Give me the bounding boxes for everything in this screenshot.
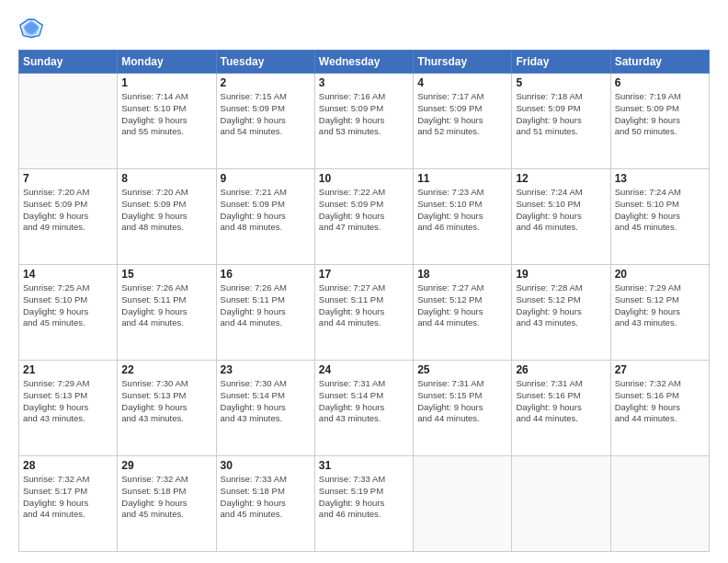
- calendar-header-sunday: Sunday: [19, 51, 118, 74]
- calendar-cell: 19Sunrise: 7:28 AM Sunset: 5:12 PM Dayli…: [512, 265, 610, 361]
- day-number: 26: [516, 363, 606, 376]
- calendar-cell: 22Sunrise: 7:30 AM Sunset: 5:13 PM Dayli…: [118, 361, 216, 456]
- day-info: Sunrise: 7:14 AM Sunset: 5:10 PM Dayligh…: [121, 91, 211, 138]
- header: [18, 15, 710, 40]
- day-number: 11: [417, 172, 507, 185]
- calendar-cell: 5Sunrise: 7:18 AM Sunset: 5:09 PM Daylig…: [512, 74, 610, 169]
- day-number: 10: [319, 172, 409, 185]
- day-info: Sunrise: 7:27 AM Sunset: 5:11 PM Dayligh…: [319, 282, 409, 329]
- calendar-cell: 12Sunrise: 7:24 AM Sunset: 5:10 PM Dayli…: [512, 169, 610, 265]
- calendar-cell: 31Sunrise: 7:33 AM Sunset: 5:19 PM Dayli…: [314, 456, 413, 552]
- day-info: Sunrise: 7:21 AM Sunset: 5:09 PM Dayligh…: [221, 187, 311, 234]
- day-info: Sunrise: 7:30 AM Sunset: 5:14 PM Dayligh…: [221, 378, 311, 425]
- calendar-cell: 17Sunrise: 7:27 AM Sunset: 5:11 PM Dayli…: [314, 265, 413, 361]
- calendar-week-row: 1Sunrise: 7:14 AM Sunset: 5:10 PM Daylig…: [19, 74, 710, 169]
- day-info: Sunrise: 7:24 AM Sunset: 5:10 PM Dayligh…: [615, 187, 705, 234]
- day-info: Sunrise: 7:26 AM Sunset: 5:11 PM Dayligh…: [121, 282, 211, 329]
- day-info: Sunrise: 7:28 AM Sunset: 5:12 PM Dayligh…: [516, 282, 606, 329]
- calendar-cell: 28Sunrise: 7:32 AM Sunset: 5:17 PM Dayli…: [19, 456, 118, 552]
- day-info: Sunrise: 7:23 AM Sunset: 5:10 PM Dayligh…: [417, 187, 507, 234]
- day-number: 1: [121, 76, 211, 89]
- day-info: Sunrise: 7:33 AM Sunset: 5:19 PM Dayligh…: [319, 474, 409, 521]
- day-number: 20: [615, 268, 705, 281]
- calendar-week-row: 28Sunrise: 7:32 AM Sunset: 5:17 PM Dayli…: [19, 456, 710, 552]
- day-number: 29: [121, 459, 211, 472]
- calendar-cell: 3Sunrise: 7:16 AM Sunset: 5:09 PM Daylig…: [314, 74, 413, 169]
- calendar-week-row: 21Sunrise: 7:29 AM Sunset: 5:13 PM Dayli…: [19, 361, 710, 456]
- calendar-header-row: SundayMondayTuesdayWednesdayThursdayFrid…: [19, 51, 710, 74]
- calendar-week-row: 14Sunrise: 7:25 AM Sunset: 5:10 PM Dayli…: [19, 265, 710, 361]
- logo: [18, 15, 48, 40]
- day-number: 27: [615, 363, 705, 376]
- day-number: 28: [23, 459, 113, 472]
- day-info: Sunrise: 7:29 AM Sunset: 5:13 PM Dayligh…: [23, 378, 113, 425]
- calendar-cell: 18Sunrise: 7:27 AM Sunset: 5:12 PM Dayli…: [414, 265, 512, 361]
- day-info: Sunrise: 7:31 AM Sunset: 5:14 PM Dayligh…: [319, 378, 409, 425]
- calendar-cell: 29Sunrise: 7:32 AM Sunset: 5:18 PM Dayli…: [118, 456, 216, 552]
- day-info: Sunrise: 7:31 AM Sunset: 5:15 PM Dayligh…: [417, 378, 507, 425]
- day-number: 30: [221, 459, 311, 472]
- calendar-cell: [610, 456, 709, 552]
- calendar-cell: 13Sunrise: 7:24 AM Sunset: 5:10 PM Dayli…: [610, 169, 709, 265]
- day-number: 14: [23, 268, 113, 281]
- day-number: 15: [121, 268, 211, 281]
- day-number: 4: [417, 76, 507, 89]
- day-info: Sunrise: 7:20 AM Sunset: 5:09 PM Dayligh…: [23, 187, 113, 234]
- day-info: Sunrise: 7:24 AM Sunset: 5:10 PM Dayligh…: [516, 187, 606, 234]
- calendar-cell: 27Sunrise: 7:32 AM Sunset: 5:16 PM Dayli…: [610, 361, 709, 456]
- day-info: Sunrise: 7:29 AM Sunset: 5:12 PM Dayligh…: [615, 282, 705, 329]
- day-number: 6: [615, 76, 705, 89]
- day-info: Sunrise: 7:22 AM Sunset: 5:09 PM Dayligh…: [319, 187, 409, 234]
- calendar-cell: 9Sunrise: 7:21 AM Sunset: 5:09 PM Daylig…: [216, 169, 314, 265]
- day-number: 24: [319, 363, 409, 376]
- calendar-header-monday: Monday: [118, 51, 216, 74]
- calendar-cell: [19, 74, 118, 169]
- calendar-cell: 6Sunrise: 7:19 AM Sunset: 5:09 PM Daylig…: [610, 74, 709, 169]
- day-number: 13: [615, 172, 705, 185]
- day-info: Sunrise: 7:33 AM Sunset: 5:18 PM Dayligh…: [221, 474, 311, 521]
- day-number: 18: [417, 268, 507, 281]
- day-info: Sunrise: 7:32 AM Sunset: 5:18 PM Dayligh…: [121, 474, 211, 521]
- day-number: 7: [23, 172, 113, 185]
- day-info: Sunrise: 7:20 AM Sunset: 5:09 PM Dayligh…: [121, 187, 211, 234]
- day-number: 16: [221, 268, 311, 281]
- day-info: Sunrise: 7:17 AM Sunset: 5:09 PM Dayligh…: [417, 91, 507, 138]
- day-number: 3: [319, 76, 409, 89]
- calendar-cell: 8Sunrise: 7:20 AM Sunset: 5:09 PM Daylig…: [118, 169, 216, 265]
- day-info: Sunrise: 7:19 AM Sunset: 5:09 PM Dayligh…: [615, 91, 705, 138]
- day-number: 8: [121, 172, 211, 185]
- calendar-cell: 11Sunrise: 7:23 AM Sunset: 5:10 PM Dayli…: [414, 169, 512, 265]
- page: SundayMondayTuesdayWednesdayThursdayFrid…: [0, 0, 728, 563]
- day-number: 2: [221, 76, 311, 89]
- day-info: Sunrise: 7:25 AM Sunset: 5:10 PM Dayligh…: [23, 282, 113, 329]
- day-number: 5: [516, 76, 606, 89]
- day-number: 17: [319, 268, 409, 281]
- calendar-header-thursday: Thursday: [414, 51, 512, 74]
- day-info: Sunrise: 7:32 AM Sunset: 5:17 PM Dayligh…: [23, 474, 113, 521]
- calendar-cell: 20Sunrise: 7:29 AM Sunset: 5:12 PM Dayli…: [610, 265, 709, 361]
- calendar-cell: 23Sunrise: 7:30 AM Sunset: 5:14 PM Dayli…: [216, 361, 314, 456]
- day-info: Sunrise: 7:15 AM Sunset: 5:09 PM Dayligh…: [221, 91, 311, 138]
- calendar-cell: [414, 456, 512, 552]
- day-info: Sunrise: 7:27 AM Sunset: 5:12 PM Dayligh…: [417, 282, 507, 329]
- calendar-cell: 30Sunrise: 7:33 AM Sunset: 5:18 PM Dayli…: [216, 456, 314, 552]
- day-number: 21: [23, 363, 113, 376]
- logo-icon: [18, 15, 44, 40]
- day-info: Sunrise: 7:32 AM Sunset: 5:16 PM Dayligh…: [615, 378, 705, 425]
- day-number: 19: [516, 268, 606, 281]
- calendar-header-tuesday: Tuesday: [216, 51, 314, 74]
- day-info: Sunrise: 7:26 AM Sunset: 5:11 PM Dayligh…: [221, 282, 311, 329]
- calendar-cell: 25Sunrise: 7:31 AM Sunset: 5:15 PM Dayli…: [414, 361, 512, 456]
- calendar-cell: 7Sunrise: 7:20 AM Sunset: 5:09 PM Daylig…: [19, 169, 118, 265]
- calendar-cell: 10Sunrise: 7:22 AM Sunset: 5:09 PM Dayli…: [314, 169, 413, 265]
- calendar-cell: 26Sunrise: 7:31 AM Sunset: 5:16 PM Dayli…: [512, 361, 610, 456]
- calendar-cell: 1Sunrise: 7:14 AM Sunset: 5:10 PM Daylig…: [118, 74, 216, 169]
- calendar-cell: 2Sunrise: 7:15 AM Sunset: 5:09 PM Daylig…: [216, 74, 314, 169]
- calendar-table: SundayMondayTuesdayWednesdayThursdayFrid…: [18, 50, 710, 552]
- calendar-header-wednesday: Wednesday: [314, 51, 413, 74]
- day-info: Sunrise: 7:31 AM Sunset: 5:16 PM Dayligh…: [516, 378, 606, 425]
- day-info: Sunrise: 7:18 AM Sunset: 5:09 PM Dayligh…: [516, 91, 606, 138]
- calendar-cell: 14Sunrise: 7:25 AM Sunset: 5:10 PM Dayli…: [19, 265, 118, 361]
- day-number: 22: [121, 363, 211, 376]
- day-number: 23: [221, 363, 311, 376]
